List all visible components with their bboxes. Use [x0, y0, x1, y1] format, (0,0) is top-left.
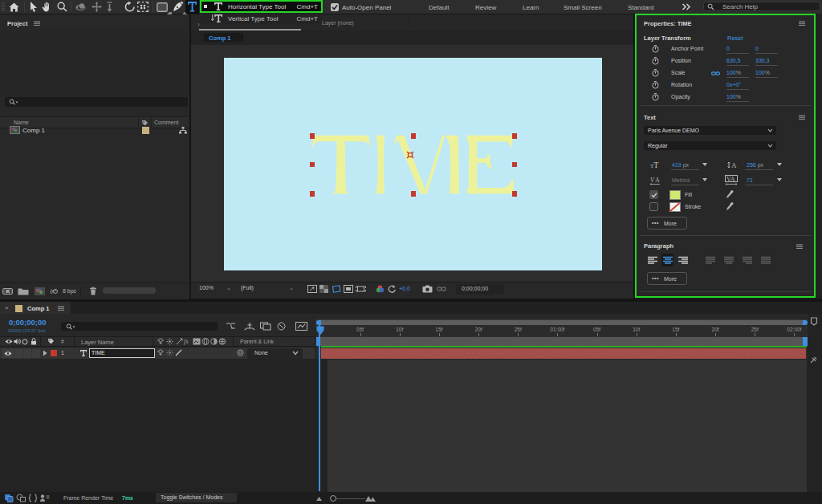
svg-text:A: A [655, 177, 660, 184]
svg-text:VA: VA [726, 176, 735, 183]
svg-text:A: A [731, 161, 737, 169]
